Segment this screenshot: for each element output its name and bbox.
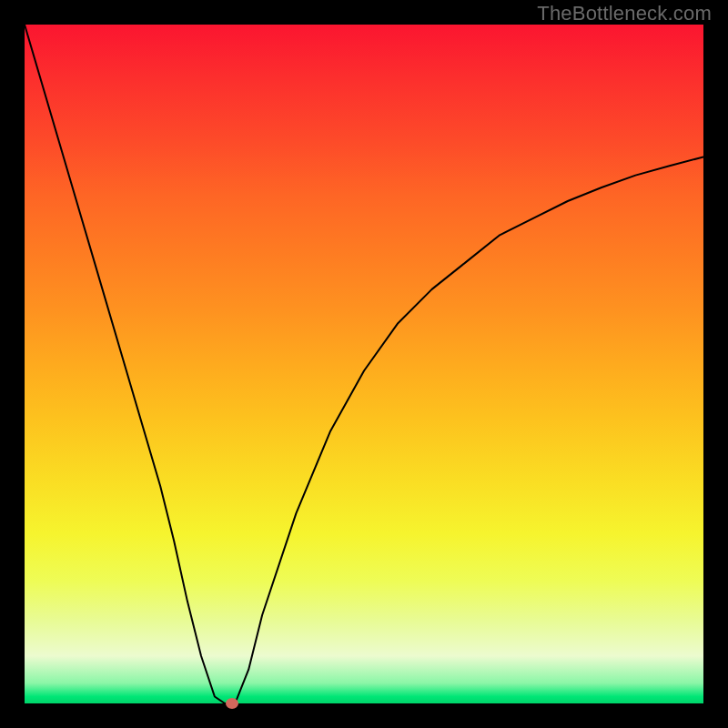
watermark-text: TheBottleneck.com (537, 2, 712, 25)
bottleneck-curve (25, 25, 703, 703)
plot-area (25, 25, 703, 703)
optimal-point-marker (226, 698, 238, 709)
